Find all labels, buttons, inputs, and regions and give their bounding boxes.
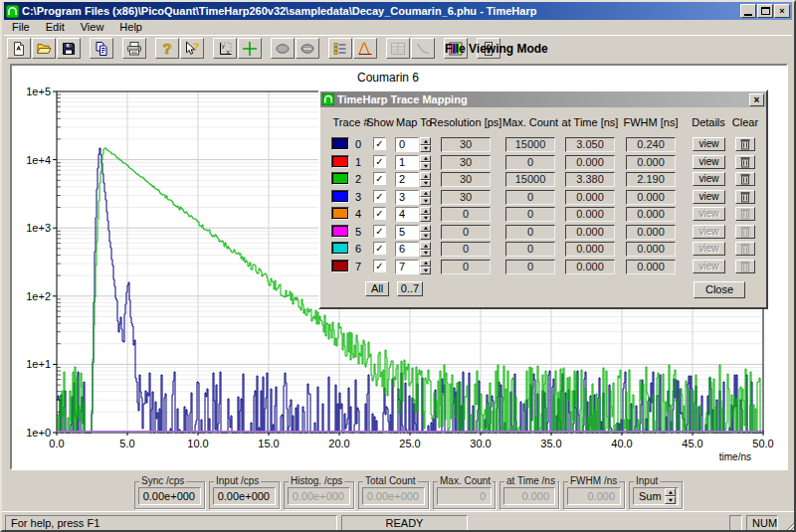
map-to-input[interactable]: 0 xyxy=(395,137,419,152)
help-button[interactable]: ? xyxy=(155,38,179,59)
svg-text:1e+5: 1e+5 xyxy=(26,86,51,97)
map-to-spinner[interactable] xyxy=(420,137,431,152)
fwhm-field: 0.000 xyxy=(626,260,676,274)
view-button[interactable]: view xyxy=(693,155,725,169)
panel-label: at Time /ns xyxy=(504,475,557,486)
spinner-down-icon[interactable] xyxy=(420,266,431,274)
menu-file[interactable]: File xyxy=(4,20,38,35)
clear-button[interactable] xyxy=(735,190,755,204)
show-checkbox[interactable]: ✓ xyxy=(373,190,386,203)
trash-icon xyxy=(740,243,750,255)
map-to-input[interactable]: 1 xyxy=(395,155,419,170)
show-checkbox[interactable]: ✓ xyxy=(373,225,386,238)
map-to-input[interactable]: 5 xyxy=(395,225,419,240)
spinner-up-icon[interactable] xyxy=(420,172,431,180)
mode-label: File Viewing Mode xyxy=(445,36,548,62)
minimize-button[interactable] xyxy=(740,4,756,18)
spinner-down-icon[interactable] xyxy=(420,232,431,240)
all-button[interactable]: All xyxy=(365,281,389,296)
spinner-up-icon[interactable] xyxy=(420,260,431,267)
column-header-clear: Clear xyxy=(730,116,760,128)
show-checkbox[interactable]: ✓ xyxy=(373,242,386,255)
map-to-spinner[interactable] xyxy=(420,155,431,170)
svg-text:0.0: 0.0 xyxy=(49,438,64,449)
spinner-down-icon[interactable] xyxy=(420,197,431,205)
map-to-input[interactable]: 2 xyxy=(395,172,419,187)
spinner-down-icon[interactable] xyxy=(420,215,431,223)
show-checkbox[interactable]: ✓ xyxy=(373,172,386,185)
integral-table-icon: 1213 xyxy=(390,41,406,57)
spinner-down-icon[interactable] xyxy=(420,145,431,153)
titlebar[interactable]: C:\Program Files (x86)\PicoQuant\TimeHar… xyxy=(4,2,792,20)
resize-grip-icon[interactable] xyxy=(782,521,795,532)
trace-row-1: 1✓13000.0000.000view xyxy=(320,155,766,171)
panel-total-count: Total Count0.00e+000 xyxy=(358,481,429,509)
map-to-input[interactable]: 3 xyxy=(395,190,419,205)
menu-help[interactable]: Help xyxy=(111,20,150,35)
map-to-spinner[interactable] xyxy=(420,225,431,240)
view-button: view xyxy=(693,225,725,239)
svg-text:35.0: 35.0 xyxy=(540,438,561,449)
spinner-up-icon[interactable] xyxy=(420,225,431,233)
range-0-7-button[interactable]: 0..7 xyxy=(397,281,423,296)
spinner-up-icon[interactable] xyxy=(420,242,431,250)
print-button[interactable] xyxy=(122,38,146,59)
close-button[interactable]: × xyxy=(774,4,790,18)
dialog-titlebar[interactable]: TimeHarp Trace Mapping × xyxy=(320,91,766,107)
spinner-down-icon[interactable] xyxy=(420,250,431,258)
context-help-button[interactable]: ? xyxy=(180,38,204,59)
axis-settings-button[interactable]: yx xyxy=(213,38,237,59)
map-to-input[interactable]: 7 xyxy=(395,260,419,274)
spinner-down-icon[interactable] xyxy=(420,180,431,188)
view-button[interactable]: view xyxy=(693,137,725,151)
clear-button[interactable] xyxy=(735,172,755,186)
show-checkbox[interactable]: ✓ xyxy=(373,137,386,150)
crosshair-button[interactable] xyxy=(238,38,262,59)
menu-edit[interactable]: Edit xyxy=(38,20,73,35)
copy-button[interactable] xyxy=(90,38,113,59)
max-count-field: 15000 xyxy=(505,172,555,187)
marker-off-button[interactable] xyxy=(296,38,319,59)
new-document-button[interactable] xyxy=(7,38,31,59)
clear-button[interactable] xyxy=(735,137,755,151)
panel-fwhm-ns: FWHM /ns0.000 xyxy=(563,481,625,509)
menu-view[interactable]: View xyxy=(73,20,112,35)
map-to-spinner[interactable] xyxy=(420,207,431,222)
spinner-up-icon[interactable] xyxy=(420,137,431,145)
show-checkbox[interactable]: ✓ xyxy=(373,260,386,272)
map-to-spinner[interactable] xyxy=(420,190,431,205)
close-icon: × xyxy=(779,7,784,16)
view-button[interactable]: view xyxy=(693,172,725,186)
dialog-close-action-button[interactable]: Close xyxy=(694,281,745,298)
map-to-input[interactable]: 6 xyxy=(395,242,419,257)
spinner-up-icon[interactable] xyxy=(665,488,676,496)
clear-button[interactable] xyxy=(735,155,755,169)
open-file-button[interactable] xyxy=(32,38,56,59)
trace-row-3: 3✓33000.0000.000view xyxy=(320,190,766,206)
spinner-down-icon[interactable] xyxy=(420,162,431,170)
show-checkbox[interactable]: ✓ xyxy=(373,155,386,168)
marker-button[interactable] xyxy=(271,38,295,59)
peak-fit-button[interactable] xyxy=(353,38,377,59)
spinner-up-icon[interactable] xyxy=(420,155,431,163)
map-to-spinner[interactable] xyxy=(420,260,431,274)
view-button[interactable]: view xyxy=(693,190,725,204)
map-to-spinner[interactable] xyxy=(420,242,431,257)
dialog-close-button[interactable]: × xyxy=(749,93,764,106)
map-to-input[interactable]: 4 xyxy=(395,207,419,222)
at-time-field: 0.000 xyxy=(565,242,615,257)
column-header-show: Show xyxy=(364,116,396,128)
input-mode-spinner[interactable] xyxy=(665,488,676,504)
trace-color-swatch xyxy=(331,172,349,185)
show-checkbox[interactable]: ✓ xyxy=(373,207,386,220)
maximize-button[interactable] xyxy=(757,4,773,18)
spinner-up-icon[interactable] xyxy=(420,207,431,215)
svg-text:1e+4: 1e+4 xyxy=(26,154,51,166)
column-header-details: Details xyxy=(680,116,737,128)
map-to-spinner[interactable] xyxy=(420,172,431,187)
trace-mapping-button[interactable] xyxy=(328,38,352,59)
spinner-up-icon[interactable] xyxy=(420,190,431,198)
spinner-down-icon[interactable] xyxy=(665,496,676,504)
panel-sync-cps: Sync /cps0.00e+000 xyxy=(134,481,205,509)
save-button[interactable] xyxy=(57,38,81,59)
